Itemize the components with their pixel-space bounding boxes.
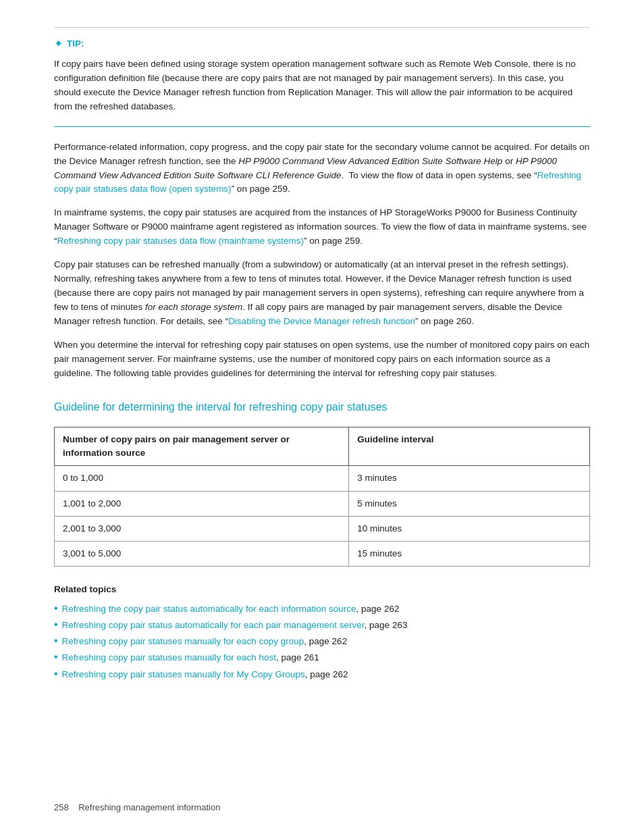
tip-label: TIP: <box>67 37 84 51</box>
related-link-3[interactable]: Refreshing copy pair statuses manually f… <box>62 636 304 646</box>
tip-header: ✦ TIP: <box>54 36 590 52</box>
link-disabling[interactable]: Disabling the Device Manager refresh fun… <box>228 316 415 326</box>
paragraph-3: Copy pair statuses can be refreshed manu… <box>54 258 590 329</box>
related-link-5[interactable]: Refreshing copy pair statuses manually f… <box>62 669 305 679</box>
guideline-table: Number of copy pairs on pair management … <box>54 427 590 567</box>
italic-storage: for each storage system <box>145 302 242 312</box>
tip-body: If copy pairs have been defined using st… <box>54 57 590 114</box>
related-link-4[interactable]: Refreshing copy pair statuses manually f… <box>62 652 276 662</box>
table-cell-interval-2: 5 minutes <box>349 491 590 516</box>
related-topics-heading: Related topics <box>54 583 590 596</box>
bullet-icon: • <box>54 619 58 630</box>
related-link-5-text: Refreshing copy pair statuses manually f… <box>62 668 348 681</box>
list-item: • Refreshing copy pair statuses manually… <box>54 668 590 681</box>
list-item: • Refreshing copy pair statuses manually… <box>54 635 590 648</box>
table-cell-range-1: 0 to 1,000 <box>55 466 349 491</box>
table-cell-range-3: 2,001 to 3,000 <box>55 516 349 541</box>
table-cell-interval-1: 3 minutes <box>349 466 590 491</box>
link-mainframe-systems[interactable]: Refreshing copy pair statuses data flow … <box>57 236 304 246</box>
book-title-1: HP P9000 Command View Advanced Edition S… <box>238 156 502 166</box>
table-cell-range-4: 3,001 to 5,000 <box>55 542 349 567</box>
table-row: 2,001 to 3,000 10 minutes <box>55 516 590 541</box>
bullet-icon: • <box>54 635 58 646</box>
table-row: 1,001 to 2,000 5 minutes <box>55 491 590 516</box>
page-footer: 258 Refreshing management information <box>54 801 220 814</box>
table-cell-range-2: 1,001 to 2,000 <box>55 491 349 516</box>
table-row: 3,001 to 5,000 15 minutes <box>55 542 590 567</box>
related-link-1-text: Refreshing the copy pair status automati… <box>62 602 400 616</box>
tip-icon: ✦ <box>54 36 63 52</box>
related-link-1[interactable]: Refreshing the copy pair status automati… <box>62 604 356 614</box>
table-header-pairs: Number of copy pairs on pair management … <box>55 427 349 466</box>
bullet-icon: • <box>54 669 58 679</box>
list-item: • Refreshing copy pair status automatica… <box>54 619 590 632</box>
paragraph-2: In mainframe systems, the copy pair stat… <box>54 206 590 249</box>
related-link-2[interactable]: Refreshing copy pair status automaticall… <box>62 620 365 630</box>
tip-divider <box>54 126 590 127</box>
table-header-interval: Guideline interval <box>349 427 590 466</box>
related-link-2-text: Refreshing copy pair status automaticall… <box>62 619 408 632</box>
related-topics-list: • Refreshing the copy pair status automa… <box>54 602 590 681</box>
related-link-3-text: Refreshing copy pair statuses manually f… <box>62 635 348 648</box>
table-cell-interval-4: 15 minutes <box>349 542 590 567</box>
section-heading: Guideline for determining the interval f… <box>54 400 590 415</box>
tip-section: ✦ TIP: If copy pairs have been defined u… <box>54 27 590 114</box>
table-row: 0 to 1,000 3 minutes <box>55 466 590 491</box>
list-item: • Refreshing copy pair statuses manually… <box>54 651 590 664</box>
footer-page-number: 258 <box>54 802 69 812</box>
page-container: ✦ TIP: If copy pairs have been defined u… <box>0 0 644 834</box>
bullet-icon: • <box>54 652 58 662</box>
related-link-4-text: Refreshing copy pair statuses manually f… <box>62 651 319 664</box>
footer-section: Refreshing management information <box>78 802 220 812</box>
table-cell-interval-3: 10 minutes <box>349 516 590 541</box>
paragraph-4: When you determine the interval for refr… <box>54 338 590 381</box>
related-topics: Related topics • Refreshing the copy pai… <box>54 583 590 681</box>
bullet-icon: • <box>54 603 58 614</box>
list-item: • Refreshing the copy pair status automa… <box>54 602 590 616</box>
paragraph-1: Performance-related information, copy pr… <box>54 140 590 197</box>
